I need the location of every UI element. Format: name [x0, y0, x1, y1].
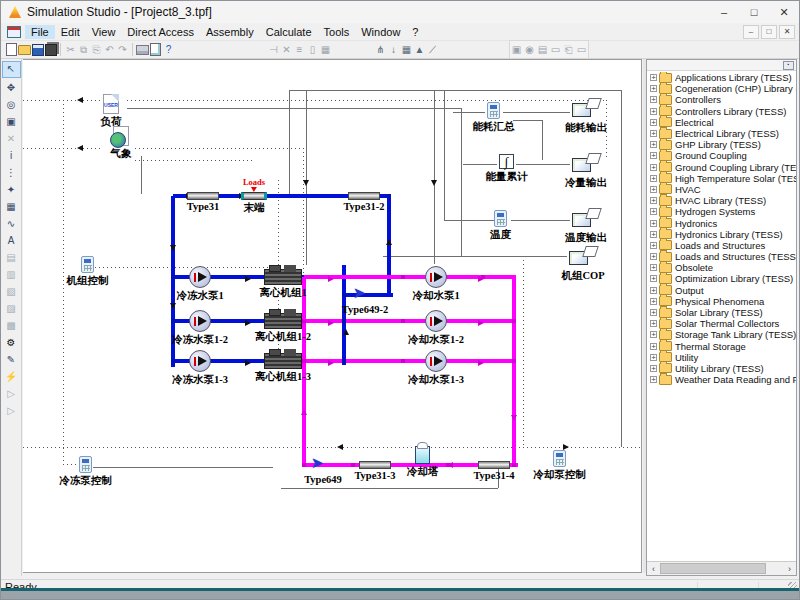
expand-icon[interactable]: + — [650, 220, 657, 227]
pipe-cooling-water[interactable] — [304, 319, 516, 323]
expand-icon[interactable]: + — [650, 264, 657, 271]
info-tool-icon[interactable]: i — [3, 148, 20, 163]
window-2-tool-icon[interactable]: ▥ — [3, 267, 20, 282]
help-icon[interactable]: ? — [162, 42, 175, 57]
preview-icon[interactable] — [149, 42, 162, 57]
palette-item-electrical-library-tess[interactable]: +Electrical Library (TESS) — [650, 128, 796, 139]
expand-icon[interactable]: + — [650, 309, 657, 316]
cascade-icon[interactable]: ≡ — [293, 42, 306, 57]
component-chw-pump-1-3[interactable]: 冷冻水泵1-3 — [189, 350, 211, 372]
menu-tools[interactable]: Tools — [318, 25, 356, 39]
save-all-icon[interactable] — [44, 42, 57, 57]
mdi-close-button[interactable]: ✕ — [779, 25, 795, 39]
maximize-button[interactable]: □ — [739, 1, 769, 23]
expand-icon[interactable]: + — [650, 354, 657, 361]
palette-item-controllers-library-tess[interactable]: +Controllers Library (TESS) — [650, 106, 796, 117]
arrange-icon[interactable]: ▦ — [319, 42, 332, 57]
palette-item-thermal-storage[interactable]: +Thermal Storage — [650, 341, 796, 352]
menu-file[interactable]: File — [25, 25, 55, 39]
fit-width-icon[interactable]: ⊣ — [267, 42, 280, 57]
expand-icon[interactable]: + — [650, 108, 657, 115]
palette-item-electrical[interactable]: +Electrical — [650, 117, 796, 128]
expand-icon[interactable]: + — [650, 186, 657, 193]
expand-icon[interactable]: + — [650, 253, 657, 260]
delete-tool-icon[interactable]: ✕ — [3, 131, 20, 146]
expand-icon[interactable]: + — [650, 130, 657, 137]
palette-item-hydronics[interactable]: +Hydronics — [650, 217, 796, 228]
settings-tool-icon[interactable]: ⚙ — [3, 335, 20, 350]
menu-view[interactable]: View — [86, 25, 122, 39]
palette-item-hydronics-library-tess[interactable]: +Hydronics Library (TESS) — [650, 229, 796, 240]
component-type31-3[interactable]: Type31-3 — [359, 461, 391, 469]
mdi-restore-button[interactable]: □ — [761, 25, 777, 39]
minimize-button[interactable]: – — [709, 1, 739, 23]
palette-item-obsolete[interactable]: +Obsolete — [650, 262, 796, 273]
export-2-tool-icon[interactable]: ▷ — [3, 403, 20, 418]
component-temp-out[interactable]: 温度输出 — [572, 208, 600, 230]
panel-hscrollbar[interactable]: ‹ › — [647, 561, 796, 575]
expand-icon[interactable]: + — [650, 175, 657, 182]
component-chw-pump-1-2[interactable]: 冷冻水泵1-2 — [189, 310, 211, 332]
component-cw-pump-1[interactable]: 冷却水泵1 — [425, 266, 447, 288]
pipe-cooling-water[interactable] — [304, 359, 516, 363]
expand-icon[interactable]: + — [650, 343, 657, 350]
component-chw-pump-ctrl[interactable]: 冷冻泵控制 — [79, 456, 92, 473]
expand-icon[interactable]: + — [650, 298, 657, 305]
expand-icon[interactable]: + — [650, 74, 657, 81]
component-cw-pump-1-3[interactable]: 冷却水泵1-3 — [425, 350, 447, 372]
palette-item-hydrogen-systems[interactable]: +Hydrogen Systems — [650, 206, 796, 217]
print-icon[interactable] — [136, 42, 149, 57]
pan-tool-icon[interactable]: ✥ — [3, 80, 20, 95]
run-tool-icon[interactable]: ⚡ — [3, 369, 20, 384]
component-chw-pump-1[interactable]: 冷冻水泵1 — [189, 266, 211, 288]
paste-icon[interactable]: ⎘ — [90, 42, 103, 57]
menu-calculate[interactable]: Calculate — [260, 25, 318, 39]
palette-item-applications-library-tess[interactable]: +Applications Library (TESS) — [650, 72, 796, 83]
draw-tool-icon[interactable]: ✎ — [3, 352, 20, 367]
expand-icon[interactable]: + — [650, 287, 657, 294]
palette-item-loads-and-structures[interactable]: +Loads and Structures — [650, 240, 796, 251]
align-icon[interactable]: ⋔ — [374, 42, 387, 57]
expand-icon[interactable]: + — [650, 320, 657, 327]
panel-button[interactable]: ▪ — [783, 61, 794, 70]
window-1-tool-icon[interactable]: ▤ — [3, 250, 20, 265]
undo-icon[interactable]: ↶ — [103, 42, 116, 57]
parameter-tool-icon[interactable]: ✦ — [3, 182, 20, 197]
palette-item-high-temperature-solar-tess[interactable]: +High Temperature Solar (TESS) — [650, 173, 796, 184]
expand-icon[interactable]: + — [650, 141, 657, 148]
redo-icon[interactable]: ↷ — [116, 42, 129, 57]
export-1-tool-icon[interactable]: ▷ — [3, 386, 20, 401]
copy-icon[interactable]: ⧉ — [77, 42, 90, 57]
component-cw-pump-1-2[interactable]: 冷却水泵1-2 — [425, 310, 447, 332]
schematic-canvas[interactable]: USER负荷气象Type31Loads末端Type31-2冷冻水泵1冷冻水泵1-… — [23, 59, 642, 573]
component-cw-pump-ctrl[interactable]: 冷却泵控制 — [553, 450, 566, 467]
palette-item-hvac[interactable]: +HVAC — [650, 184, 796, 195]
scroll-right-icon[interactable]: › — [783, 564, 796, 574]
drop-icon[interactable]: ↓ — [387, 42, 400, 57]
palette-item-loads-and-structures-tess[interactable]: +Loads and Structures (TESS) — [650, 251, 796, 262]
scroll-thumb[interactable] — [660, 563, 766, 574]
grid-icon[interactable]: ▦ — [400, 42, 413, 57]
palette-item-physical-phenomena[interactable]: +Physical Phenomena — [650, 296, 796, 307]
tile-icon[interactable]: ▯ — [306, 42, 319, 57]
expand-icon[interactable]: + — [650, 331, 657, 338]
palette-item-hvac-library-tess[interactable]: +HVAC Library (TESS) — [650, 195, 796, 206]
capture-tool-icon[interactable]: ▣ — [3, 114, 20, 129]
stamp-tool-icon[interactable]: ▦ — [3, 199, 20, 214]
view-4-icon[interactable]: ▭ — [549, 42, 562, 57]
save-icon[interactable] — [31, 42, 44, 57]
cut-icon[interactable]: ✂ — [64, 42, 77, 57]
expand-icon[interactable]: + — [650, 96, 657, 103]
component-type31[interactable]: Type31 — [187, 192, 219, 200]
component-chiller-1[interactable]: 离心机组1 — [264, 269, 302, 285]
view-5-icon[interactable]: ⎗ — [562, 42, 575, 57]
window-5-tool-icon[interactable]: ▩ — [3, 318, 20, 333]
window-3-tool-icon[interactable]: ▧ — [3, 284, 20, 299]
select-tool-icon[interactable]: ↖ — [2, 61, 21, 78]
mdi-minimize-button[interactable]: – — [743, 25, 759, 39]
expand-icon[interactable]: + — [650, 376, 657, 383]
view-1-icon[interactable]: ▣ — [510, 42, 523, 57]
expand-icon[interactable]: + — [650, 164, 657, 171]
expand-icon[interactable]: + — [650, 152, 657, 159]
palette-item-storage-tank-library-tess[interactable]: +Storage Tank Library (TESS) — [650, 329, 796, 340]
